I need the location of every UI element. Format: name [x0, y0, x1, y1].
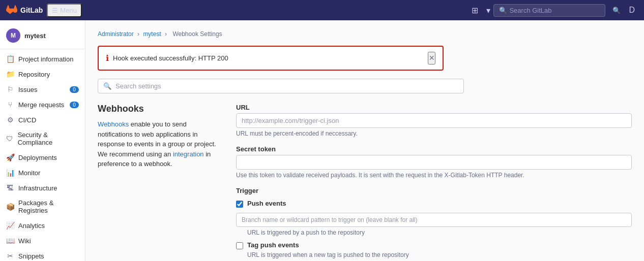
sidebar-item-issues[interactable]: ⚐ Issues 0: [0, 82, 85, 97]
search-settings-icon: 🔍: [103, 82, 111, 90]
push-events-row: Push events: [236, 200, 632, 208]
settings-search-bar[interactable]: 🔍: [98, 79, 464, 93]
push-events-branch-input[interactable]: [236, 213, 632, 227]
alert-close-button[interactable]: ×: [428, 52, 435, 64]
plus-icon[interactable]: ⊞: [469, 4, 481, 17]
breadcrumb-admin[interactable]: Administrator: [98, 30, 134, 38]
packages-icon: 📦: [6, 203, 14, 211]
sidebar-item-project-information[interactable]: 📋 Project information: [0, 51, 85, 67]
alert-info-icon: ℹ: [106, 53, 109, 63]
deployments-icon: 🚀: [6, 153, 14, 161]
content-grid: Webhooks Webhooks enable you to send not…: [98, 104, 632, 261]
merge-requests-icon: ⑂: [6, 101, 14, 109]
sidebar-item-monitor[interactable]: 📊 Monitor: [0, 165, 85, 180]
secret-token-group: Secret token Use this token to validate …: [236, 145, 632, 179]
menu-button[interactable]: ☰ Menu: [47, 4, 82, 17]
issues-badge: 0: [70, 86, 79, 93]
integration-link[interactable]: integration: [173, 150, 204, 158]
top-nav-actions: ⊞ ▾: [469, 4, 493, 17]
webhooks-link[interactable]: Webhooks: [98, 120, 129, 128]
infrastructure-icon: 🏗: [6, 184, 14, 192]
hamburger-icon: ☰: [52, 7, 58, 14]
tag-push-label: Tag push events: [247, 241, 299, 249]
sidebar: M mytest 📋 Project information 📁 Reposit…: [0, 20, 85, 261]
secret-token-hint: Use this token to validate received payl…: [236, 172, 632, 179]
sidebar-item-packages[interactable]: 📦 Packages & Registries: [0, 195, 85, 218]
main-content: Administrator › mytest › Webhook Setting…: [85, 20, 644, 261]
search-bar-top[interactable]: 🔍: [493, 4, 605, 17]
sidebar-item-deployments[interactable]: 🚀 Deployments: [0, 150, 85, 165]
monitor-icon: 📊: [6, 169, 14, 177]
project-information-icon: 📋: [6, 55, 14, 63]
issues-icon: ⚐: [6, 85, 14, 93]
snippets-icon: ✂: [6, 252, 14, 260]
webhooks-desc: Webhooks enable you to send notification…: [98, 119, 220, 169]
tag-push-checkbox[interactable]: [236, 242, 243, 249]
search-icon: 🔍: [499, 7, 507, 14]
url-hint: URL must be percent-encoded if neccessar…: [236, 130, 632, 137]
search-input-top[interactable]: [509, 7, 600, 14]
sidebar-item-snippets[interactable]: ✂ Snippets: [0, 248, 85, 261]
url-label: URL: [236, 104, 632, 111]
settings-search-input[interactable]: [115, 82, 458, 90]
user-menu-icon[interactable]: D: [626, 4, 638, 17]
breadcrumb: Administrator › mytest › Webhook Setting…: [98, 30, 632, 38]
sidebar-item-cicd[interactable]: ⚙ CI/CD: [0, 112, 85, 127]
push-events-checkbox[interactable]: [236, 201, 243, 208]
sidebar-item-security[interactable]: 🛡 Security & Compliance: [0, 127, 85, 150]
merge-requests-badge: 0: [70, 102, 79, 108]
security-icon: 🛡: [6, 135, 14, 143]
alert-text: Hook executed successfully: HTTP 200: [113, 54, 228, 62]
push-events-label: Push events: [247, 200, 286, 207]
sidebar-item-merge-requests[interactable]: ⑂ Merge requests 0: [0, 97, 85, 112]
tag-push-events-group: Tag push events URL is triggered when a …: [236, 241, 632, 258]
webhooks-title: Webhooks: [98, 104, 220, 114]
tag-push-desc: URL is triggered when a new tag is pushe…: [247, 251, 632, 258]
secret-token-input[interactable]: [236, 155, 632, 170]
sidebar-item-analytics[interactable]: 📈 Analytics: [0, 218, 85, 233]
trigger-group: Trigger Push events URL is triggered by …: [236, 187, 632, 261]
wiki-icon: 📖: [6, 237, 14, 245]
cicd-icon: ⚙: [6, 116, 14, 124]
push-events-desc: URL is triggered by a push to the reposi…: [247, 229, 632, 236]
webhooks-description: Webhooks Webhooks enable you to send not…: [98, 104, 220, 261]
secret-token-label: Secret token: [236, 145, 632, 153]
top-nav: GitLab ☰ Menu ⊞ ▾ 🔍 🔍 D: [0, 0, 644, 20]
avatar: M: [6, 28, 20, 43]
webhooks-form: URL URL must be percent-encoded if necce…: [236, 104, 632, 261]
repository-icon: 📁: [6, 70, 14, 78]
alert-banner: ℹ Hook executed successfully: HTTP 200 ×: [98, 46, 444, 71]
sidebar-item-repository[interactable]: 📁 Repository: [0, 67, 85, 82]
url-group: URL URL must be percent-encoded if necce…: [236, 104, 632, 137]
sidebar-item-infrastructure[interactable]: 🏗 Infrastructure: [0, 180, 85, 195]
sidebar-user: M mytest: [0, 24, 85, 49]
search-submit-icon[interactable]: 🔍: [609, 5, 624, 16]
sidebar-item-wiki[interactable]: 📖 Wiki: [0, 233, 85, 248]
url-input[interactable]: [236, 113, 632, 128]
push-events-group: Push events URL is triggered by a push t…: [236, 200, 632, 236]
breadcrumb-project[interactable]: mytest: [143, 30, 161, 38]
analytics-icon: 📈: [6, 221, 14, 230]
gitlab-logo[interactable]: GitLab: [6, 5, 43, 16]
breadcrumb-current: Webhook Settings: [172, 30, 222, 38]
chevron-down-icon[interactable]: ▾: [483, 4, 493, 17]
trigger-label: Trigger: [236, 187, 632, 194]
sidebar-username: mytest: [24, 32, 46, 40]
tag-push-row: Tag push events: [236, 241, 632, 249]
